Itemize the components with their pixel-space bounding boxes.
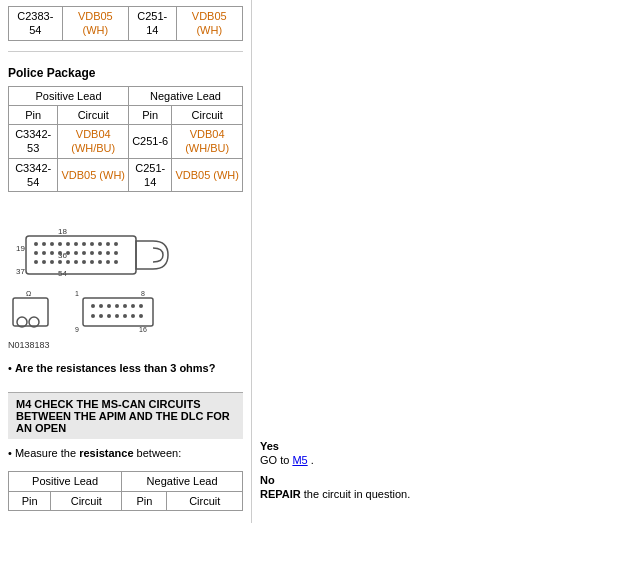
pin-col1: Pin <box>9 105 58 124</box>
m4-title: M4 CHECK THE MS-CAN CIRCUITS BETWEEN THE… <box>16 398 230 434</box>
measure-bullet: Measure the resistance between: <box>8 447 243 459</box>
svg-point-38 <box>114 260 118 264</box>
left-panel: C2383-54 VDB05 (WH) C251-14 VDB05 (WH) P… <box>0 0 252 523</box>
svg-point-11 <box>74 242 78 246</box>
svg-point-51 <box>115 304 119 308</box>
svg-point-18 <box>42 251 46 255</box>
svg-text:37: 37 <box>16 267 25 276</box>
svg-point-53 <box>131 304 135 308</box>
svg-point-27 <box>114 251 118 255</box>
svg-point-13 <box>90 242 94 246</box>
bottom-table-header-row: Positive Lead Negative Lead <box>9 472 243 491</box>
section-title: Police Package <box>8 66 243 80</box>
svg-point-48 <box>91 304 95 308</box>
circuit-col2: Circuit <box>172 105 243 124</box>
right-panel-top-spacer <box>260 6 623 436</box>
go-to-line: GO to M5 . <box>260 454 623 466</box>
svg-text:1: 1 <box>75 290 79 297</box>
svg-point-16 <box>114 242 118 246</box>
row2-circuit1: VDB05 (WH) <box>58 158 129 192</box>
bottom-positive-lead-header: Positive Lead <box>9 472 122 491</box>
svg-point-59 <box>123 314 127 318</box>
top-table: C2383-54 VDB05 (WH) C251-14 VDB05 (WH) <box>8 6 243 41</box>
yes-label: Yes <box>260 440 623 452</box>
svg-point-17 <box>34 251 38 255</box>
bottom-circuit-col1: Circuit <box>51 491 122 510</box>
svg-point-14 <box>98 242 102 246</box>
n-label: N0138183 <box>8 340 50 350</box>
question-text: Are the resistances less than 3 ohms? <box>15 362 216 374</box>
resistance-bold: resistance <box>79 447 133 459</box>
repair-suffix: the circuit in question. <box>304 488 410 500</box>
svg-rect-40 <box>13 298 48 326</box>
svg-text:Ω: Ω <box>26 290 31 297</box>
no-label: No <box>260 474 623 486</box>
svg-point-6 <box>34 242 38 246</box>
pin-col2: Pin <box>129 105 172 124</box>
repair-bold: REPAIR <box>260 488 301 500</box>
row1-pin2: C251-6 <box>129 125 172 159</box>
svg-point-9 <box>58 242 62 246</box>
svg-point-7 <box>42 242 46 246</box>
svg-point-32 <box>66 260 70 264</box>
row2-circuit2: VDB05 (WH) <box>172 158 243 192</box>
svg-point-24 <box>90 251 94 255</box>
svg-point-37 <box>106 260 110 264</box>
svg-point-52 <box>123 304 127 308</box>
page-container: C2383-54 VDB05 (WH) C251-14 VDB05 (WH) P… <box>0 0 631 523</box>
table-row-2: C3342-54 VDB05 (WH) C251-14 VDB05 (WH) <box>9 158 243 192</box>
svg-point-56 <box>99 314 103 318</box>
svg-point-54 <box>139 304 143 308</box>
row1-circuit2: VDB04 (WH/BU) <box>172 125 243 159</box>
bottom-negative-lead-header: Negative Lead <box>122 472 243 491</box>
svg-point-30 <box>50 260 54 264</box>
svg-text:9: 9 <box>75 326 79 333</box>
large-connector-diagram: 18 19 36 37 54 <box>8 226 208 288</box>
svg-point-60 <box>131 314 135 318</box>
row1-pin1: C3342-53 <box>9 125 58 159</box>
svg-point-19 <box>50 251 54 255</box>
go-to-period: . <box>311 454 314 466</box>
row2-pin2: C251-14 <box>129 158 172 192</box>
police-package-section: Police Package Positive Lead Negative Le… <box>8 66 243 193</box>
svg-text:19: 19 <box>16 244 25 253</box>
svg-point-29 <box>42 260 46 264</box>
svg-point-57 <box>107 314 111 318</box>
police-package-table: Positive Lead Negative Lead Pin Circuit … <box>8 86 243 193</box>
svg-point-15 <box>106 242 110 246</box>
svg-point-22 <box>74 251 78 255</box>
svg-point-10 <box>66 242 70 246</box>
small-connectors: Ω 1 8 9 16 <box>8 288 168 338</box>
svg-point-28 <box>34 260 38 264</box>
cell-circuit1: VDB05 (WH) <box>62 7 128 41</box>
m4-section-header: M4 CHECK THE MS-CAN CIRCUITS BETWEEN THE… <box>8 392 243 439</box>
m5-link[interactable]: M5 <box>292 454 307 466</box>
positive-lead-header: Positive Lead <box>9 86 129 105</box>
circuit-col1: Circuit <box>58 105 129 124</box>
row1-circuit1: VDB04 (WH/BU) <box>58 125 129 159</box>
small-connector-right-svg: 1 8 9 16 <box>73 288 168 338</box>
bottom-table-subheader: Pin Circuit Pin Circuit <box>9 491 243 510</box>
go-to-text: GO to <box>260 454 289 466</box>
cell-pin2: C251-14 <box>129 7 176 41</box>
svg-point-58 <box>115 314 119 318</box>
svg-point-20 <box>58 251 62 255</box>
diagram-area: 18 19 36 37 54 <box>8 226 243 354</box>
svg-point-34 <box>82 260 86 264</box>
svg-point-25 <box>98 251 102 255</box>
negative-lead-header: Negative Lead <box>129 86 243 105</box>
cell-pin1: C2383-54 <box>9 7 63 41</box>
svg-text:18: 18 <box>58 227 67 236</box>
bottom-pin-col1: Pin <box>9 491 51 510</box>
resistance-question: Are the resistances less than 3 ohms? <box>8 362 243 374</box>
svg-point-26 <box>106 251 110 255</box>
svg-point-35 <box>90 260 94 264</box>
svg-rect-5 <box>26 236 136 274</box>
measure-section: Measure the resistance between: <box>8 439 243 467</box>
svg-point-50 <box>107 304 111 308</box>
bottom-pin-col2: Pin <box>122 491 167 510</box>
bottom-table: Positive Lead Negative Lead Pin Circuit … <box>8 471 243 511</box>
small-connector-left-svg: Ω <box>8 288 63 338</box>
row2-pin1: C3342-54 <box>9 158 58 192</box>
table-row-1: C3342-53 VDB04 (WH/BU) C251-6 VDB04 (WH/… <box>9 125 243 159</box>
